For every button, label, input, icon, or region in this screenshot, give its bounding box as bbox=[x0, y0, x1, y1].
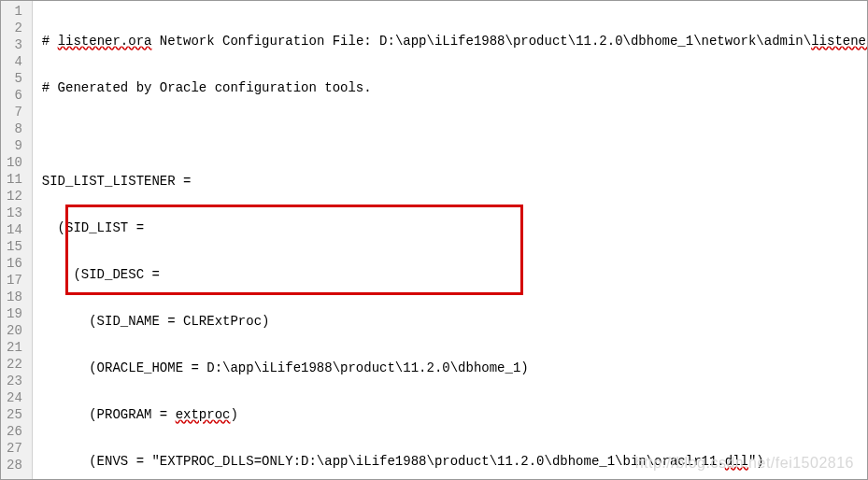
spell-squiggle: extproc bbox=[176, 407, 231, 422]
line-number: 6 bbox=[7, 87, 22, 104]
code-line: (PROGRAM = extproc) bbox=[42, 406, 867, 423]
code-line: # listener.ora Network Configuration Fil… bbox=[42, 33, 867, 49]
line-number: 14 bbox=[7, 221, 22, 238]
spell-squiggle: listener.ora bbox=[811, 34, 867, 49]
line-number: 11 bbox=[7, 171, 22, 188]
spell-squiggle: listener.ora bbox=[58, 34, 152, 49]
code-line: # Generated by Oracle configuration tool… bbox=[42, 79, 867, 96]
line-number: 13 bbox=[7, 205, 22, 221]
line-number: 17 bbox=[7, 272, 22, 289]
line-number: 1 bbox=[7, 3, 22, 20]
line-number: 9 bbox=[7, 137, 22, 154]
code-line bbox=[42, 126, 867, 143]
code-line: (SID_DESC = bbox=[42, 266, 867, 283]
code-area[interactable]: # listener.ora Network Configuration Fil… bbox=[33, 1, 867, 479]
line-number: 20 bbox=[7, 322, 22, 339]
line-number: 24 bbox=[7, 389, 22, 406]
line-number: 8 bbox=[7, 120, 22, 137]
line-number: 19 bbox=[7, 305, 22, 322]
line-number: 5 bbox=[7, 70, 22, 87]
code-line: (SID_NAME = CLRExtProc) bbox=[42, 313, 867, 330]
line-number: 3 bbox=[7, 36, 22, 53]
line-number-gutter: 1234567891011121314151617181920212223242… bbox=[1, 1, 33, 479]
line-number: 22 bbox=[7, 356, 22, 373]
line-number: 16 bbox=[7, 255, 22, 272]
line-number: 21 bbox=[7, 339, 22, 356]
line-number: 10 bbox=[7, 154, 22, 171]
code-editor[interactable]: 1234567891011121314151617181920212223242… bbox=[1, 1, 867, 479]
line-number: 23 bbox=[7, 373, 22, 389]
line-number: 7 bbox=[7, 104, 22, 120]
line-number: 15 bbox=[7, 238, 22, 255]
code-line: SID_LIST_LISTENER = bbox=[42, 173, 867, 190]
line-number: 2 bbox=[7, 20, 22, 36]
spell-squiggle: dll bbox=[725, 454, 748, 469]
line-number: 26 bbox=[7, 423, 22, 440]
line-number: 25 bbox=[7, 406, 22, 423]
line-number: 28 bbox=[7, 457, 22, 473]
code-line: (SID_LIST = bbox=[42, 219, 867, 236]
code-line: (ENVS = "EXTPROC_DLLS=ONLY:D:\app\iLife1… bbox=[42, 453, 867, 470]
line-number: 27 bbox=[7, 440, 22, 457]
line-number: 4 bbox=[7, 53, 22, 70]
code-line: (ORACLE_HOME = D:\app\iLife1988\product\… bbox=[42, 360, 867, 376]
line-number: 12 bbox=[7, 188, 22, 205]
line-number: 18 bbox=[7, 289, 22, 305]
